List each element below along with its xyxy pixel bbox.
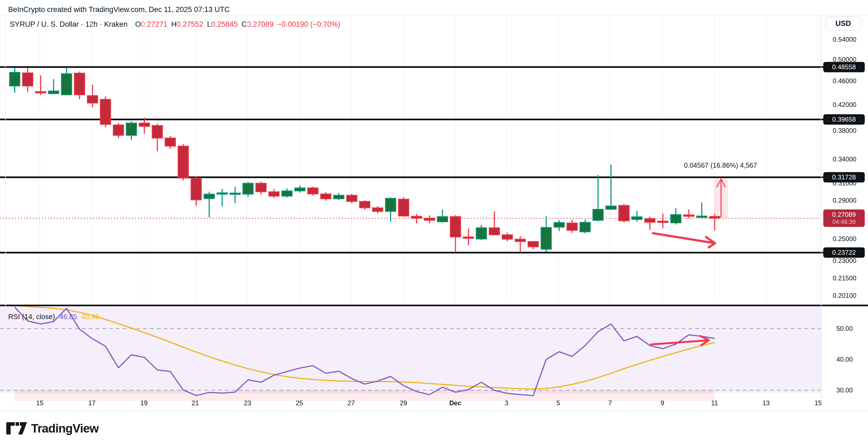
tradingview-logo-icon: [6, 422, 27, 435]
candle-body: [528, 242, 538, 247]
candle: [554, 220, 564, 231]
price-tick-label: 0.38000: [821, 127, 868, 135]
time-tick-label: 23: [244, 399, 251, 407]
candle-body: [463, 237, 473, 238]
tradingview-logo-text: TradingView: [31, 422, 98, 435]
candle: [606, 165, 616, 210]
candle-body: [372, 208, 383, 211]
candle: [334, 193, 344, 200]
currency-toggle-button[interactable]: USD: [826, 17, 861, 31]
candle-body: [399, 199, 409, 216]
candle: [515, 236, 525, 252]
candle-body: [696, 216, 707, 217]
candle-body: [126, 123, 136, 135]
candle-body: [191, 178, 202, 200]
price-badge-countdown: 04:46:39: [823, 218, 865, 226]
candle: [230, 187, 240, 203]
candle: [619, 204, 629, 222]
candle: [165, 136, 176, 149]
price-tick-label: 0.29000: [821, 197, 868, 204]
level-badge: 0.31728: [823, 172, 865, 182]
candle: [191, 177, 202, 206]
measurement-label: 0.04567 (16.86%) 4,567: [684, 161, 757, 169]
candle-body: [74, 73, 85, 95]
price-badge: 0.2708904:46:39: [823, 209, 865, 227]
candle: [463, 228, 473, 245]
candle-body: [346, 195, 357, 202]
candle: [658, 213, 668, 228]
candle: [567, 220, 578, 233]
candle: [696, 202, 707, 218]
candle: [528, 241, 538, 249]
price-tick-label: 0.21500: [821, 274, 868, 282]
candle: [320, 192, 331, 201]
time-tick-label: 21: [192, 399, 199, 407]
candle: [502, 233, 513, 241]
candle-body: [35, 92, 46, 93]
candle-body: [113, 125, 123, 135]
candle: [632, 211, 642, 222]
time-tick-label: 15: [814, 399, 822, 407]
candle: [61, 68, 72, 95]
candle-body: [684, 215, 694, 216]
candle-body: [671, 215, 681, 223]
candle: [580, 219, 590, 233]
price-tick-label: 0.23000: [821, 257, 868, 265]
candle-body: [425, 218, 435, 220]
candle: [204, 192, 214, 217]
candle-body: [49, 91, 59, 94]
candle-body: [308, 188, 318, 194]
candle-body: [204, 194, 214, 199]
price-chart-canvas[interactable]: [0, 0, 868, 444]
candle: [178, 144, 188, 181]
candle: [593, 175, 603, 221]
price-tick-label: 0.25000: [821, 235, 868, 243]
candle: [282, 188, 292, 198]
candle: [9, 68, 20, 93]
candle: [74, 71, 85, 99]
candle: [489, 211, 499, 235]
candle-body: [360, 202, 370, 208]
candle: [152, 123, 162, 151]
candle: [49, 79, 59, 94]
price-tick-label: 0.34000: [821, 155, 868, 163]
level-badge: 0.48558: [823, 62, 865, 72]
trend-arrow-main-shaft[interactable]: [653, 233, 712, 243]
time-tick-label: 25: [296, 399, 303, 407]
rsi-background: [0, 306, 821, 393]
candle: [411, 214, 422, 224]
candle-body: [152, 125, 162, 138]
rsi-value: 46.85: [59, 313, 77, 321]
candle: [437, 210, 447, 223]
candle: [295, 185, 305, 193]
price-tick-label: 0.46000: [821, 77, 868, 85]
candle-body: [606, 206, 616, 209]
candle: [451, 215, 461, 252]
pane-separator[interactable]: [0, 305, 868, 306]
time-tick-label: 13: [763, 399, 770, 407]
candle-body: [334, 195, 344, 199]
time-tick-label: Dec: [449, 399, 461, 407]
candle-body: [593, 209, 603, 220]
price-tick-label: 0.20100: [821, 292, 868, 299]
price-badge-value: 0.27089: [823, 211, 865, 219]
candle: [269, 189, 279, 198]
candle-body: [451, 216, 461, 237]
rsi-legend[interactable]: RSI (14, close)46.8545.46: [8, 313, 99, 321]
candle-body: [580, 222, 590, 232]
candle-body: [217, 193, 227, 194]
candle: [425, 215, 435, 224]
candle: [256, 182, 266, 195]
candle-body: [320, 194, 331, 199]
candle-body: [619, 205, 629, 220]
price-tick-label: 0.42000: [821, 101, 868, 109]
candle-body: [502, 235, 513, 239]
candle-body: [87, 96, 98, 103]
candle-body: [9, 72, 20, 86]
time-tick-label: 27: [348, 399, 355, 407]
candle-body: [645, 219, 655, 222]
tradingview-logo[interactable]: TradingView: [6, 422, 98, 435]
candle-body: [100, 99, 111, 124]
time-tick-label: 19: [141, 399, 148, 407]
candle: [243, 182, 253, 197]
